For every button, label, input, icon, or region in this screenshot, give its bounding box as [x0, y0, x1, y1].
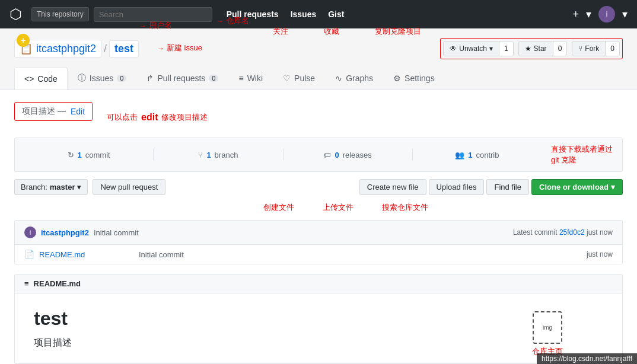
- fork-group: ⑂ Fork 0: [572, 41, 620, 56]
- desc-annotations: 可以点击 edit 修改项目描述: [107, 112, 208, 123]
- pr-badge: 0: [209, 75, 218, 82]
- star-button[interactable]: ★ Star: [519, 41, 553, 56]
- unwatch-dropdown-icon: ▾: [489, 44, 493, 53]
- avatar-dropdown-button[interactable]: ▾: [622, 8, 628, 21]
- branch-icon: ⑂: [198, 151, 203, 159]
- toolbar-right: Create new file Upload files Find file C…: [359, 179, 623, 195]
- repo-slash: /: [104, 43, 107, 55]
- pr-icon: ↱: [146, 74, 154, 83]
- file-commit-message: Initial commit: [139, 250, 582, 259]
- repo-name-link[interactable]: test: [109, 40, 139, 58]
- tab-pull-requests[interactable]: ↱ Pull requests 0: [136, 67, 228, 89]
- avatar[interactable]: i: [598, 6, 615, 23]
- nav-search-container: This repository: [31, 7, 212, 22]
- contributors-link[interactable]: 1: [468, 151, 472, 159]
- readme-label: README.md: [34, 279, 81, 288]
- releases-link[interactable]: 0: [335, 151, 339, 159]
- readme-box: ≡ README.md test 项目描述 img 仓库主页: [14, 274, 623, 364]
- commit-message: Initial commit: [94, 228, 139, 237]
- readme-content: test 项目描述 img 仓库主页: [15, 293, 622, 363]
- file-icon: 📄: [24, 250, 34, 259]
- file-table: i itcastphpgit2 Initial commit Latest co…: [14, 220, 623, 264]
- tab-settings[interactable]: ⚙ Settings: [383, 67, 445, 89]
- readme-description: 项目描述: [34, 337, 603, 349]
- find-file-button[interactable]: Find file: [486, 179, 529, 195]
- github-logo-icon[interactable]: ⬡: [9, 6, 22, 23]
- readme-header: ≡ README.md: [15, 274, 622, 293]
- file-link[interactable]: README.md: [39, 250, 134, 259]
- main-content: 项目描述 — Edit 可以点击 edit 修改项目描述 ↻ 1 commit …: [0, 90, 637, 364]
- nav-right: + ▾ i ▾: [572, 6, 628, 23]
- tab-pulse[interactable]: ♡ Pulse: [273, 67, 325, 89]
- plus-badge: +: [17, 34, 30, 47]
- nav-gist[interactable]: Gist: [328, 9, 344, 19]
- code-icon: <>: [24, 74, 34, 84]
- star-icon: ★: [525, 44, 531, 53]
- unwatch-count: 1: [499, 41, 513, 56]
- clone-dropdown-icon: ▾: [611, 183, 615, 191]
- wiki-icon: ≡: [238, 74, 243, 83]
- issues-badge: 0: [117, 75, 126, 82]
- fork-icon: ⑂: [578, 44, 582, 53]
- eye-icon: 👁: [450, 44, 457, 53]
- new-item-button[interactable]: +: [572, 8, 579, 21]
- page-wrapper: ⬡ This repository Pull requests Issues G…: [0, 0, 637, 364]
- file-table-header: i itcastphpgit2 Initial commit Latest co…: [15, 221, 622, 245]
- description-text: 项目描述 —: [22, 106, 66, 117]
- repo-homepage-annotation: img 仓库主页: [532, 311, 563, 357]
- commits-link[interactable]: 1: [78, 151, 82, 159]
- new-pull-request-button[interactable]: New pull request: [93, 179, 165, 195]
- table-row: 📄 README.md Initial commit just now: [15, 245, 622, 264]
- repo-title-row: 📋 itcastphpgit2 + / test → 用户名 → 仓库名: [14, 38, 623, 59]
- issues-icon: ⓘ: [78, 73, 86, 84]
- nav-issues[interactable]: Issues: [291, 9, 317, 19]
- tag-icon: 🏷: [323, 151, 331, 159]
- description-edit-link[interactable]: Edit: [71, 107, 85, 116]
- repo-header: 📋 itcastphpgit2 + / test → 用户名 → 仓库名: [0, 28, 637, 90]
- download-annotation: 直接下载或者通过 git 克隆: [551, 144, 613, 165]
- readme-title: test: [34, 308, 603, 330]
- tab-graphs[interactable]: ∿ Graphs: [325, 67, 383, 89]
- branch-dropdown-icon: ▾: [77, 183, 81, 191]
- url-bar: https://blog.csdn.net/fannjafff: [537, 353, 637, 364]
- reponame-annotation: → 仓库名: [216, 15, 249, 26]
- repo-scope-label: This repository: [31, 7, 89, 21]
- branches-link[interactable]: 1: [206, 151, 211, 159]
- readme-icon: ≡: [24, 279, 29, 288]
- author-avatar: i: [24, 226, 36, 238]
- commit-hash-link[interactable]: 25fd0c2: [559, 228, 585, 237]
- username-annotation: → 用户名: [139, 20, 172, 31]
- branch-select[interactable]: Branch: master ▾: [14, 179, 88, 195]
- file-time: just now: [587, 250, 613, 258]
- commit-author-link[interactable]: itcastphpgit2: [41, 228, 89, 237]
- fork-button[interactable]: ⑂ Fork: [572, 41, 605, 56]
- commit-icon: ↻: [68, 151, 74, 159]
- commit-meta: Latest commit 25fd0c2 just now: [513, 228, 613, 237]
- create-new-file-button[interactable]: Create new file: [359, 179, 426, 195]
- clone-or-download-button[interactable]: Clone or download ▾: [531, 179, 623, 195]
- upload-files-button[interactable]: Upload files: [429, 179, 485, 195]
- dropdown-button[interactable]: ▾: [586, 8, 591, 21]
- new-issue-annotation: → 新建 issue: [157, 43, 202, 53]
- releases-stat: 🏷 0 releases: [284, 151, 412, 159]
- repo-owner-name: itcastphpgit2: [36, 43, 96, 55]
- star-count: 0: [553, 41, 567, 56]
- action-annotations: 关注 收藏 复制克隆项目: [273, 26, 421, 37]
- contributors-icon: 👥: [455, 151, 464, 159]
- branches-stat: ⑂ 1 branch: [154, 151, 282, 159]
- fork-count: 0: [605, 41, 619, 56]
- unwatch-group: 👁 Unwatch ▾ 1: [443, 41, 513, 56]
- tab-code[interactable]: <> Code: [14, 68, 68, 90]
- tab-issues[interactable]: ⓘ Issues 0: [68, 66, 137, 90]
- toolbar-row: Branch: master ▾ New pull request Create…: [14, 179, 623, 195]
- pulse-icon: ♡: [283, 74, 291, 83]
- repo-tabs: <> Code ⓘ Issues 0 ↱ Pull requests 0 ≡ W…: [14, 66, 623, 90]
- commits-stat: ↻ 1 commit: [24, 151, 153, 159]
- tab-wiki[interactable]: ≡ Wiki: [228, 67, 273, 89]
- description-box: 项目描述 — Edit: [14, 102, 93, 121]
- search-input[interactable]: [94, 7, 212, 22]
- settings-icon: ⚙: [393, 74, 401, 83]
- unwatch-button[interactable]: 👁 Unwatch ▾: [444, 41, 499, 56]
- stats-row: ↻ 1 commit ⑂ 1 branch 🏷 0 releases 👥 1 c…: [14, 138, 623, 172]
- graphs-icon: ∿: [335, 74, 342, 83]
